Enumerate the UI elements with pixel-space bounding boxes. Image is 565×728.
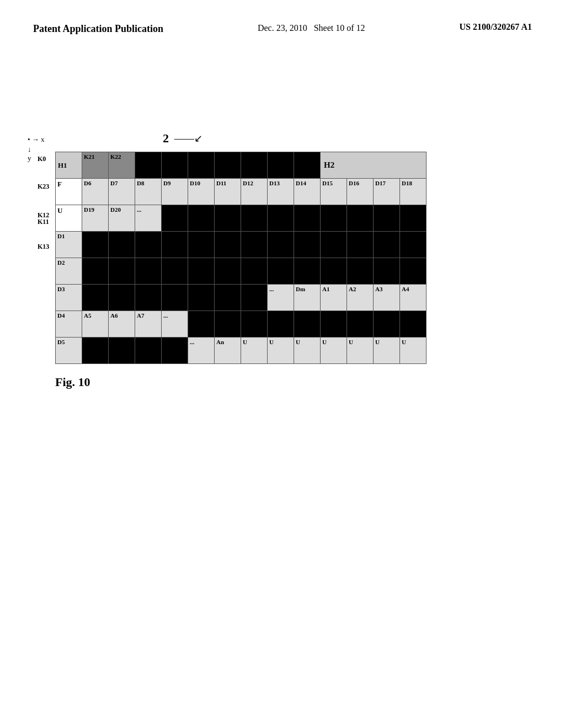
cell-A2: A2 xyxy=(347,285,374,311)
grid-row-7: D5 ... An U U U U U U U xyxy=(56,338,427,364)
cell-D10: D10 xyxy=(188,179,215,205)
cell-D15: D15 xyxy=(321,179,347,205)
grid-row-6: D4 A5 A6 A7 ... xyxy=(56,311,427,338)
header-row: H1 K21 K22 H2 xyxy=(56,152,427,179)
cell-ellipsis-row6: ... xyxy=(162,311,188,338)
sheet-number: Sheet 10 of 12 xyxy=(314,23,365,33)
cell-U6: U xyxy=(374,338,400,364)
label-2: 2 xyxy=(163,131,169,146)
cell-An: An xyxy=(215,338,241,364)
fig-label: Fig. 10 xyxy=(55,375,427,389)
grid-row-2: U D19 D20 ... xyxy=(56,205,427,232)
publication-title: Patent Application Publication xyxy=(33,22,163,36)
arrow-down-right: ——↙ xyxy=(174,132,202,144)
cell-U5: U xyxy=(347,338,374,364)
grid-row-3: D1 xyxy=(56,232,427,258)
cell-D5: D5 xyxy=(56,338,82,364)
cell-D6: D6 xyxy=(82,179,109,205)
cell-D14: D14 xyxy=(294,179,321,205)
cell-D18: D18 xyxy=(400,179,427,205)
cell-ellipsis-row2: ... xyxy=(135,205,162,232)
grid-row-1: F D6 D7 D8 D9 D10 D11 D12 D13 D14 D15 D1… xyxy=(56,179,427,205)
cell-K22: K22 xyxy=(109,152,135,179)
cell-D11: D11 xyxy=(215,179,241,205)
cell-ellipsis-row7: ... xyxy=(188,338,215,364)
main-grid: H1 K21 K22 H2 F D6 D7 D8 D9 D10 D11 xyxy=(55,152,427,364)
publication-date: Dec. 23, 2010 xyxy=(258,23,307,33)
cell-D8: D8 xyxy=(135,179,162,205)
cell-F: F xyxy=(56,179,82,205)
header-center: Dec. 23, 2010 Sheet 10 of 12 xyxy=(258,22,365,34)
cell-U4: U xyxy=(321,338,347,364)
cell-D9: D9 xyxy=(162,179,188,205)
cell-D1: D1 xyxy=(56,232,82,258)
x-axis-label: • → x xyxy=(28,135,45,144)
row-label-K13: K13 xyxy=(38,243,49,251)
cell-D12: D12 xyxy=(241,179,268,205)
cell-A6: A6 xyxy=(109,311,135,338)
cell-D3: D3 xyxy=(56,285,82,311)
cell-D16: D16 xyxy=(347,179,374,205)
cell-D17: D17 xyxy=(374,179,400,205)
patent-number: US 2100/320267 A1 xyxy=(459,22,532,32)
cell-U-row2: U xyxy=(56,205,82,232)
cell-D19: D19 xyxy=(82,205,109,232)
cell-H2: H2 xyxy=(321,152,427,179)
grid-wrapper: K0 K23 K12 K11 K13 H1 K21 K22 H2 xyxy=(55,152,427,389)
cell-D2: D2 xyxy=(56,258,82,285)
label-2-area: 2 ——↙ xyxy=(163,131,202,146)
cell-D20: D20 xyxy=(109,205,135,232)
cell-A5: A5 xyxy=(82,311,109,338)
cell-A3: A3 xyxy=(374,285,400,311)
cell-A4: A4 xyxy=(400,285,427,311)
cell-Dm: Dm xyxy=(294,285,321,311)
row-label-K11: K11 xyxy=(38,218,49,226)
row-label-K23: K23 xyxy=(38,183,49,191)
cell-U3: U xyxy=(294,338,321,364)
cell-D13: D13 xyxy=(268,179,294,205)
cell-U1: U xyxy=(241,338,268,364)
cell-A7: A7 xyxy=(135,311,162,338)
cell-ellipsis-row5: ... xyxy=(268,285,294,311)
page-header: Patent Application Publication Dec. 23, … xyxy=(0,0,565,36)
cell-D7: D7 xyxy=(109,179,135,205)
cell-D4: D4 xyxy=(56,311,82,338)
cell-K21: K21 xyxy=(82,152,109,179)
row-label-K0: K0 xyxy=(38,155,46,163)
cell-U7: U xyxy=(400,338,427,364)
cell-empty-h1 xyxy=(135,152,162,179)
cell-H1: H1 xyxy=(56,152,82,179)
grid-row-4: D2 xyxy=(56,258,427,285)
cell-A1: A1 xyxy=(321,285,347,311)
y-axis-label: ↓ xyxy=(28,145,45,154)
grid-row-5: D3 ... Dm A1 A2 A3 A4 xyxy=(56,285,427,311)
cell-U2: U xyxy=(268,338,294,364)
